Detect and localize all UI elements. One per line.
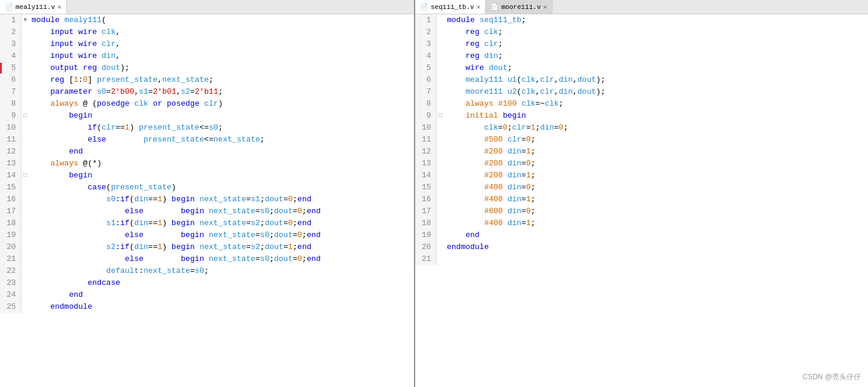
line-number: 11 — [415, 134, 436, 146]
table-row: 21 — [415, 253, 868, 265]
line-number: 24 — [0, 289, 21, 301]
fold-marker — [21, 229, 29, 241]
table-row: 1 module seq111_tb; — [415, 14, 868, 26]
left-tab-close[interactable]: ✕ — [57, 3, 62, 11]
line-number: 4 — [415, 50, 436, 62]
line-content: s2:if(din==1) begin next_state=s2;dout=1… — [29, 241, 414, 253]
fold-marker — [21, 277, 29, 289]
line-content: #500 clr=0; — [444, 134, 868, 146]
line-content: #600 din=0; — [444, 205, 868, 217]
line-content: end — [444, 229, 868, 241]
right-tab-close-2[interactable]: ✕ — [543, 3, 547, 11]
fold-marker — [436, 98, 444, 110]
line-number: 13 — [415, 158, 436, 170]
file-icon-right1: 📄 — [420, 3, 428, 11]
table-row: 9 □ initial begin — [415, 110, 868, 122]
line-content: input wire clr, — [29, 38, 414, 50]
table-row: 12 #200 din=1; — [415, 146, 868, 158]
fold-marker — [436, 253, 444, 265]
table-row: 19 end — [415, 229, 868, 241]
table-row: 20 endmodule — [415, 241, 868, 253]
line-number: 1 — [415, 14, 436, 26]
left-tab-bar: 📄 mealy111.v ✕ — [0, 0, 414, 14]
line-number: 11 — [0, 134, 21, 146]
table-row: 4 input wire din, — [0, 50, 414, 62]
line-number: 19 — [415, 229, 436, 241]
table-row: 21 else begin next_state=s0;dout=0;end — [0, 253, 414, 265]
fold-marker — [21, 26, 29, 38]
fold-marker — [21, 62, 29, 74]
fold-marker — [21, 217, 29, 229]
line-number: 18 — [415, 217, 436, 229]
fold-marker[interactable]: □ — [436, 110, 444, 122]
right-tab-moore111[interactable]: 📄 moore111.v ✕ — [486, 0, 553, 14]
line-number: 21 — [415, 253, 436, 265]
line-content: clk=0;clr=1;din=0; — [444, 122, 868, 134]
fold-marker — [436, 229, 444, 241]
left-tab-mealy[interactable]: 📄 mealy111.v ✕ — [0, 0, 67, 14]
fold-marker — [436, 170, 444, 182]
line-number: 9 — [0, 110, 21, 122]
line-content: #200 din=0; — [444, 158, 868, 170]
fold-marker — [436, 50, 444, 62]
table-row: 17 else begin next_state=s0;dout=0;end — [0, 205, 414, 217]
line-content: if(clr==1) present_state<=s0; — [29, 122, 414, 134]
line-number: 7 — [415, 86, 436, 98]
line-content: output reg dout); — [29, 62, 414, 74]
line-content: parameter s0=2'b00,s1=2'b01,s2=2'b11; — [29, 86, 414, 98]
fold-marker — [21, 205, 29, 217]
line-content: else begin next_state=s0;dout=0;end — [29, 253, 414, 265]
line-content: endcase — [29, 277, 414, 289]
line-content: input wire clk, — [29, 26, 414, 38]
fold-marker — [436, 38, 444, 50]
line-number: 3 — [0, 38, 21, 50]
line-content: #400 din=1; — [444, 194, 868, 205]
line-number: 25 — [0, 301, 21, 313]
line-content: mealy111 u1(clk,clr,din,dout); — [444, 74, 868, 86]
left-code-area[interactable]: 1 ▼ module mealy111( 2 input wire clk, — [0, 14, 414, 387]
file-icon-right2: 📄 — [490, 3, 499, 11]
table-row: 6 reg [1:0] present_state,next_state; — [0, 74, 414, 86]
line-number: 15 — [0, 182, 21, 194]
table-row: 5 wire dout; — [415, 62, 868, 74]
table-row: 1 ▼ module mealy111( — [0, 14, 414, 26]
table-row: 2 input wire clk, — [0, 26, 414, 38]
table-row: 19 else begin next_state=s0;dout=0;end — [0, 229, 414, 241]
line-content: reg din; — [444, 50, 868, 62]
table-row: 18 s1:if(din==1) begin next_state=s2;dou… — [0, 217, 414, 229]
table-row: 15 case(present_state) — [0, 182, 414, 194]
line-number: 16 — [0, 194, 21, 205]
right-tab-seq111[interactable]: 📄 seq111_tb.v ✕ — [415, 0, 486, 14]
line-content: #400 din=1; — [444, 217, 868, 229]
fold-marker — [436, 146, 444, 158]
line-number: 19 — [0, 229, 21, 241]
line-content: begin — [29, 110, 414, 122]
right-code-area[interactable]: 1 module seq111_tb; 2 reg clk; — [415, 14, 868, 387]
right-tab-close-1[interactable]: ✕ — [477, 3, 481, 11]
table-row: 10 if(clr==1) present_state<=s0; — [0, 122, 414, 134]
table-row: 3 input wire clr, — [0, 38, 414, 50]
line-number: 22 — [0, 265, 21, 277]
table-row: 11 else present_state<=next_state; — [0, 134, 414, 146]
line-number: 12 — [0, 146, 21, 158]
fold-marker — [436, 205, 444, 217]
line-number: 10 — [0, 122, 21, 134]
line-number: 3 — [415, 38, 436, 50]
line-number: 6 — [0, 74, 21, 86]
table-row: 13 always @(*) — [0, 158, 414, 170]
line-number: 17 — [0, 205, 21, 217]
fold-marker[interactable]: □ — [21, 110, 29, 122]
line-number: 8 — [415, 98, 436, 110]
fold-marker — [21, 74, 29, 86]
line-number: 5 — [415, 62, 436, 74]
line-content: initial begin — [444, 110, 868, 122]
table-row: 4 reg din; — [415, 50, 868, 62]
fold-marker[interactable]: ▼ — [21, 14, 29, 26]
fold-marker[interactable]: □ — [21, 170, 29, 182]
left-code-table: 1 ▼ module mealy111( 2 input wire clk, — [0, 14, 414, 313]
fold-marker — [21, 38, 29, 50]
table-row: 6 mealy111 u1(clk,clr,din,dout); — [415, 74, 868, 86]
table-row: 15 #400 din=0; — [415, 182, 868, 194]
line-number: 14 — [0, 170, 21, 182]
watermark-text: CSDN @秃头仔仔 — [802, 372, 861, 382]
